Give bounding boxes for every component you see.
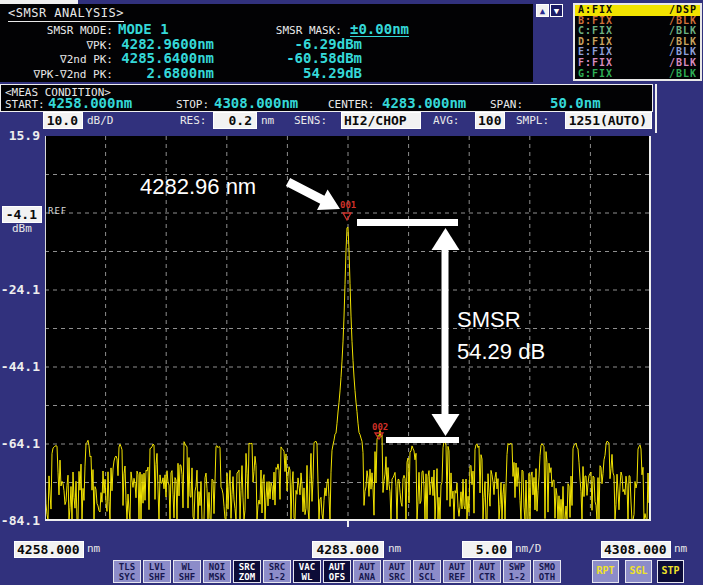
y-axis-label: 15.9 [0, 129, 40, 142]
trace-row-a[interactable]: A:FIX/DSP [575, 5, 700, 16]
softkey-noi-msk[interactable]: NOIMSK [203, 560, 231, 583]
runkey-stp[interactable]: STP [657, 560, 684, 583]
softkey-line2: OFS [324, 572, 350, 582]
smsr-row: SMSR MODE:MODE 1SMSR MASK:±0.00nm [0, 22, 533, 36]
down-arrow-icon: ▼ [554, 6, 559, 16]
runkey-rpt[interactable]: RPT [592, 560, 619, 583]
level-scale-field[interactable]: 10.0 [43, 112, 83, 129]
softkey-line1: TLS [114, 562, 140, 572]
softkey-aut-ref[interactable]: AUTREF [443, 560, 471, 583]
x-axis-unit: nm [674, 543, 687, 555]
softkey-aut-ana[interactable]: AUTANA [353, 560, 381, 583]
smsr-row-label: SMSR MODE: [0, 24, 113, 37]
smsr-row-label: ∇PK: [0, 39, 113, 52]
softkey-line2: SCL [414, 572, 440, 582]
trace-row-g[interactable]: G:FIX/BLK [575, 69, 700, 80]
softkey-src-1-2[interactable]: SRC1-2 [263, 560, 291, 583]
smsr-annotation-label: SMSR [457, 307, 521, 332]
annotation-arrow-icon [286, 178, 340, 210]
res-field[interactable]: 0.2 [213, 112, 257, 129]
res-unit: nm [261, 115, 274, 127]
smsr-panel-title: <SMSR ANALYSIS> [8, 7, 124, 22]
center-wavelength-field[interactable]: 4283.000 [312, 541, 384, 558]
y-axis-label: -64.1 [0, 437, 40, 450]
smpl-label: SMPL: [516, 115, 549, 127]
softkey-src-zom[interactable]: SRCZOM [233, 560, 261, 583]
second-peak-level-bar [386, 437, 459, 443]
stop-wavelength-field[interactable]: 4308.000 [601, 541, 671, 558]
meas-field-label: CENTER: [328, 98, 374, 111]
scroll-up-button[interactable]: ▲ [536, 4, 549, 17]
softkey-line2: ZOM [234, 572, 260, 582]
ref-level-field[interactable]: -4.1 [2, 206, 42, 223]
softkey-line1: NOI [204, 562, 230, 572]
softkey-line1: AUT [444, 562, 470, 572]
start-wavelength-field[interactable]: 4258.000 [14, 541, 84, 558]
smsr-arrow-down-head-icon [432, 414, 460, 436]
softkey-line2: 1-2 [504, 572, 530, 582]
meas-field-value: 4308.000nm [214, 96, 298, 110]
smsr-row-value: 4282.9600nm [118, 37, 214, 51]
smsr-row: ∇2nd PK:4285.6400nm-60.58dBm [0, 51, 533, 65]
smsr-row: ∇PK:4282.9600nm-6.29dBm [0, 37, 533, 51]
softkey-line2: WL [294, 572, 320, 582]
scale-per-div-field[interactable]: 5.00 [462, 541, 512, 558]
runkey-sgl[interactable]: SGL [625, 560, 652, 583]
smsr-row-value: 2.6800nm [118, 66, 214, 80]
smsr-row-value2: -6.29dBm [262, 37, 362, 51]
softkey-line2: 1-2 [264, 572, 290, 582]
trace-list-panel: A:FIX/DSPB:FIX/BLKC:FIX/BLKD:FIX/BLKE:FI… [573, 3, 702, 81]
meas-field-value: 50.0nm [550, 96, 601, 110]
softkey-aut-ofs[interactable]: AUTOFS [323, 560, 351, 583]
osa-screen: <SMSR ANALYSIS> SMSR MODE:MODE 1SMSR MAS… [0, 0, 703, 585]
y-axis-label: -44.1 [0, 360, 40, 373]
peak-marker-002: 002 [372, 422, 388, 439]
softkey-aut-ctr[interactable]: AUTCTR [473, 560, 501, 583]
ref-line-label: REF [48, 206, 67, 216]
softkey-aut-scl[interactable]: AUTSCL [413, 560, 441, 583]
softkey-lvl-shf[interactable]: LVLSHF [143, 560, 171, 583]
smsr-row: ∇PK-∇2nd PK:2.6800nm54.29dB [0, 66, 533, 80]
softkey-line2: ANA [354, 572, 380, 582]
smsr-row-value: 4285.6400nm [118, 51, 214, 65]
softkey-smo-oth[interactable]: SMOOTH [533, 560, 561, 583]
softkey-line2: SHF [144, 572, 170, 582]
trace-mode: /BLK [669, 69, 697, 80]
up-arrow-icon: ▲ [540, 6, 545, 16]
avg-field[interactable]: 100 [475, 112, 505, 129]
softkey-line2: OTH [534, 572, 560, 582]
softkey-vac-wl[interactable]: VACWL [293, 560, 321, 583]
panel-divider-line [655, 84, 657, 133]
annotation-overlay: 4282.96 nm SMSR 54.29 dB [140, 174, 545, 443]
smpl-field[interactable]: 1251(AUTO) [565, 112, 652, 129]
softkey-aut-src[interactable]: AUTSRC [383, 560, 411, 583]
avg-label: AVG: [433, 115, 460, 127]
softkey-line1: SRC [264, 562, 290, 572]
softkey-swp-1-2[interactable]: SWP1-2 [503, 560, 531, 583]
meas-field-label: START: [5, 98, 45, 111]
softkey-line1: LVL [144, 562, 170, 572]
peak-wavelength-annotation: 4282.96 nm [140, 174, 256, 199]
softkey-line1: AUT [354, 562, 380, 572]
smsr-arrow-up-head-icon [432, 228, 460, 250]
softkey-line2: REF [444, 572, 470, 582]
trace-mode: /DSP [669, 5, 697, 16]
y-axis-label: -24.1 [0, 283, 40, 296]
trace-name: F:FIX [578, 58, 613, 69]
level-scale-unit: dB/D [87, 115, 114, 127]
meas-field-label: SPAN: [490, 98, 523, 111]
trace-name: G:FIX [578, 69, 613, 80]
smsr-row-label: ∇2nd PK: [0, 53, 113, 66]
softkey-wl-shf[interactable]: WLSHF [173, 560, 201, 583]
smsr-analysis-panel: <SMSR ANALYSIS> SMSR MODE:MODE 1SMSR MAS… [0, 4, 533, 82]
scroll-down-button[interactable]: ▼ [550, 4, 563, 17]
sens-field[interactable]: HI2/CHOP [341, 112, 421, 129]
marker2-label: 002 [372, 422, 388, 432]
res-label: RES: [180, 115, 207, 127]
softkey-tls-syc[interactable]: TLSSYC [113, 560, 141, 583]
trace-row-f[interactable]: F:FIX/BLK [575, 58, 700, 69]
meas-condition-panel: <MEAS CONDITION> START:4258.000nmSTOP:43… [0, 84, 653, 112]
sens-label: SENS: [294, 115, 327, 127]
smsr-row-value2: ±0.00nm [350, 22, 409, 37]
smsr-row-value2: 54.29dB [262, 66, 362, 80]
